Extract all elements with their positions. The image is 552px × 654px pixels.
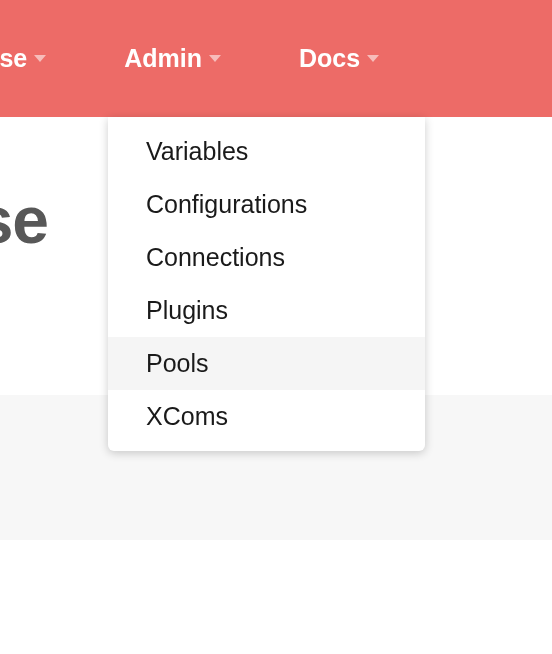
dropdown-item-label: Configurations <box>146 190 307 218</box>
chevron-down-icon <box>367 55 379 62</box>
admin-dropdown-menu: Variables Configurations Connections Plu… <box>108 117 425 451</box>
dropdown-item-label: Connections <box>146 243 285 271</box>
dropdown-item-connections[interactable]: Connections <box>108 231 425 284</box>
dropdown-item-configurations[interactable]: Configurations <box>108 178 425 231</box>
nav-label-admin: Admin <box>124 44 202 73</box>
nav-item-browse[interactable]: wse <box>0 44 64 73</box>
nav-item-admin[interactable]: Admin <box>106 44 239 73</box>
dropdown-item-pools[interactable]: Pools <box>108 337 425 390</box>
nav-item-docs[interactable]: Docs <box>281 44 397 73</box>
dropdown-item-label: XComs <box>146 402 228 430</box>
dropdown-item-variables[interactable]: Variables <box>108 125 425 178</box>
dropdown-item-label: Pools <box>146 349 209 377</box>
dropdown-item-label: Variables <box>146 137 248 165</box>
dropdown-item-label: Plugins <box>146 296 228 324</box>
dropdown-item-xcoms[interactable]: XComs <box>108 390 425 443</box>
nav-label-docs: Docs <box>299 44 360 73</box>
chevron-down-icon <box>209 55 221 62</box>
navbar: wse Admin Docs <box>0 0 552 117</box>
dropdown-item-plugins[interactable]: Plugins <box>108 284 425 337</box>
chevron-down-icon <box>34 55 46 62</box>
nav-label-browse: wse <box>0 44 27 73</box>
